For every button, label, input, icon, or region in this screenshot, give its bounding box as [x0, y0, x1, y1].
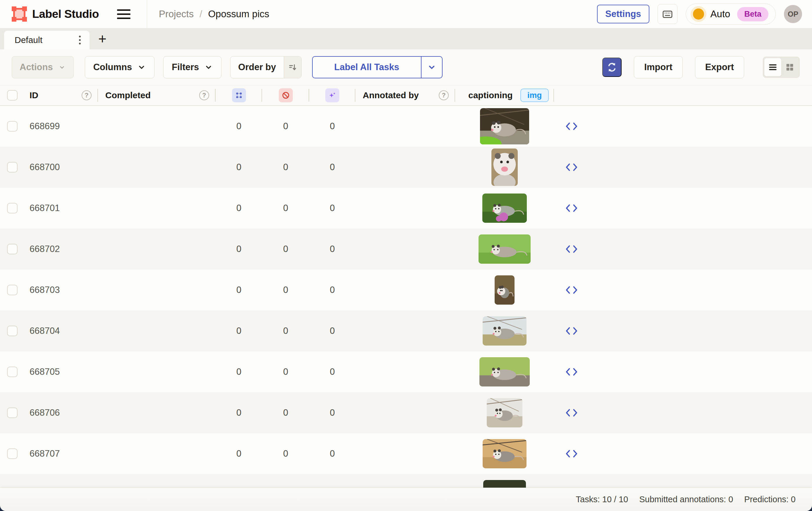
refresh-button[interactable]: [602, 58, 621, 77]
cancelled-count-value: 0: [283, 367, 288, 377]
row-checkbox[interactable]: [7, 162, 18, 173]
app-header: Label Studio Projects / Opossum pics Set…: [0, 0, 812, 28]
table-row[interactable]: 668703 0 0 0: [0, 270, 812, 310]
annotations-count-icon: [232, 88, 246, 102]
status-bar: Tasks: 10 / 10 Submitted annotations: 0 …: [0, 488, 812, 511]
table-row[interactable]: 668706 0 0 0: [0, 392, 812, 433]
column-header-cancelled[interactable]: [262, 85, 309, 105]
submitted-annotations-count: Submitted annotations: 0: [639, 494, 733, 504]
table-row[interactable]: 668700 0 0 0: [0, 147, 812, 188]
help-icon[interactable]: ?: [439, 90, 449, 100]
table-header-row: ID ? Completed ?: [0, 85, 812, 106]
order-by-button[interactable]: Order by: [230, 56, 301, 78]
cancelled-count-value: 0: [283, 326, 288, 336]
column-header-captioning[interactable]: captioning img: [455, 85, 554, 105]
task-image-thumbnail[interactable]: [483, 480, 526, 488]
columns-button[interactable]: Columns: [85, 56, 155, 78]
table-row[interactable]: 668701 0 0 0: [0, 188, 812, 229]
select-all-checkbox[interactable]: [7, 90, 18, 100]
column-header-predictions[interactable]: [309, 85, 355, 105]
label-all-tasks-button[interactable]: Label All Tasks: [312, 56, 442, 78]
show-source-icon[interactable]: [565, 122, 578, 131]
show-source-icon[interactable]: [565, 285, 578, 294]
annotations-count-value: 0: [236, 162, 241, 173]
task-image-thumbnail[interactable]: [487, 398, 522, 427]
task-image-thumbnail[interactable]: [483, 439, 526, 468]
grid-view-button[interactable]: [781, 58, 798, 76]
task-id: 668700: [30, 162, 60, 173]
column-header-id[interactable]: ID ?: [23, 85, 98, 105]
task-id: 668704: [30, 326, 60, 336]
task-image-thumbnail[interactable]: [478, 235, 531, 264]
row-checkbox[interactable]: [7, 203, 18, 213]
row-checkbox[interactable]: [7, 285, 18, 295]
table-row[interactable]: 668702 0 0 0: [0, 229, 812, 270]
cancelled-count-value: 0: [283, 285, 288, 295]
import-button[interactable]: Import: [634, 56, 683, 78]
order-by-label: Order by: [231, 62, 284, 72]
export-button[interactable]: Export: [695, 56, 744, 78]
tab-default[interactable]: Default: [4, 31, 89, 50]
row-checkbox[interactable]: [7, 244, 18, 254]
help-icon[interactable]: ?: [199, 90, 209, 100]
annotations-count-value: 0: [236, 244, 241, 254]
predictions-count-value: 0: [330, 367, 335, 377]
task-image-thumbnail[interactable]: [482, 193, 527, 223]
label-studio-logo[interactable]: Label Studio: [11, 6, 99, 22]
show-source-icon[interactable]: [565, 245, 578, 253]
row-checkbox[interactable]: [7, 326, 18, 336]
cancelled-annotations-icon: [279, 88, 293, 102]
show-source-icon[interactable]: [565, 409, 578, 417]
filters-label: Filters: [172, 62, 199, 72]
actions-button[interactable]: Actions: [12, 56, 74, 78]
table-row[interactable]: 668699 0 0 0: [0, 106, 812, 147]
task-image-thumbnail[interactable]: [491, 149, 518, 186]
show-source-icon[interactable]: [565, 367, 578, 376]
task-table-body: 668699 0 0 0 668700 0 0 0: [0, 106, 812, 488]
tab-options-kebab-icon[interactable]: [77, 33, 83, 47]
table-row[interactable]: 668707 0 0 0: [0, 433, 812, 474]
breadcrumb-projects[interactable]: Projects: [159, 8, 194, 20]
predictions-count-value: 0: [330, 448, 335, 459]
add-view-button[interactable]: +: [94, 30, 111, 47]
sort-direction-icon[interactable]: [284, 56, 301, 78]
column-header-annotations[interactable]: [215, 85, 262, 105]
header-divider: [147, 0, 147, 28]
table-row[interactable]: 668705 0 0 0: [0, 351, 812, 392]
row-checkbox[interactable]: [7, 408, 18, 418]
hamburger-menu-icon[interactable]: [117, 8, 130, 20]
auto-annotation-toggle[interactable]: Auto Beta: [686, 3, 776, 25]
show-source-icon[interactable]: [565, 163, 578, 172]
task-image-thumbnail[interactable]: [480, 357, 530, 387]
table-row[interactable]: 668704 0 0 0: [0, 310, 812, 351]
label-all-tasks-dropdown[interactable]: [421, 57, 442, 78]
cancelled-count-value: 0: [283, 121, 288, 131]
predictions-count-value: 0: [330, 162, 335, 173]
keyboard-icon: [662, 8, 673, 20]
task-image-thumbnail[interactable]: [495, 275, 515, 305]
settings-button[interactable]: Settings: [597, 5, 649, 23]
help-icon[interactable]: ?: [82, 90, 92, 100]
column-captioning-label: captioning: [468, 90, 513, 100]
show-source-icon[interactable]: [565, 327, 578, 335]
keyboard-shortcuts-button[interactable]: [658, 4, 677, 24]
show-source-icon[interactable]: [565, 204, 578, 213]
predictions-count: Predictions: 0: [744, 494, 795, 504]
column-header-source: [554, 85, 589, 105]
list-view-button[interactable]: [764, 58, 781, 76]
row-checkbox[interactable]: [7, 121, 18, 131]
show-source-icon[interactable]: [565, 449, 578, 458]
user-avatar[interactable]: OP: [784, 5, 802, 23]
row-checkbox[interactable]: [7, 367, 18, 377]
task-id: 668703: [30, 285, 60, 295]
column-header-annotated-by[interactable]: Annotated by ?: [355, 85, 455, 105]
header-actions: Settings Auto Beta OP: [597, 3, 802, 25]
task-image-thumbnail[interactable]: [483, 316, 526, 345]
row-checkbox[interactable]: [7, 448, 18, 459]
auto-toggle-label: Auto: [710, 8, 730, 20]
table-row-partial[interactable]: [0, 474, 812, 488]
filters-button[interactable]: Filters: [163, 56, 222, 78]
auto-status-dot: [693, 8, 704, 20]
column-header-completed[interactable]: Completed ?: [98, 85, 215, 105]
task-image-thumbnail[interactable]: [480, 108, 529, 144]
